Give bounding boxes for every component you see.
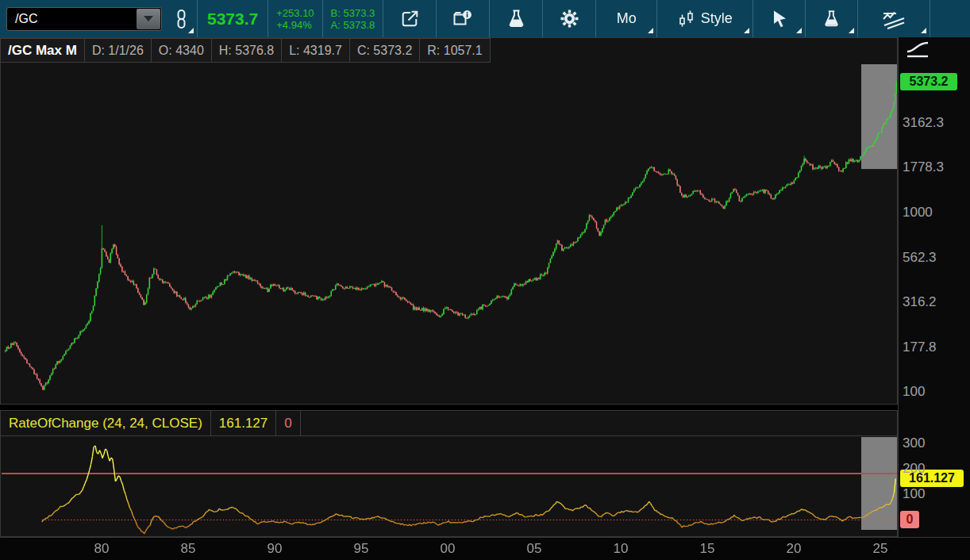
thinkorswim-chart-window: /GC 5373.7 +253.10 +4.94% B: 5373.3 A: 5… bbox=[0, 0, 970, 560]
analyze-flask-button[interactable] bbox=[490, 0, 542, 37]
link-charts-button[interactable] bbox=[165, 0, 197, 37]
time-axis-tick: 90 bbox=[268, 541, 283, 557]
link-icon bbox=[171, 9, 191, 29]
open-cell: O: 4340 bbox=[151, 38, 212, 63]
time-axis[interactable]: 80859095000510152025 bbox=[0, 537, 970, 560]
symbol-dropdown-button[interactable] bbox=[137, 9, 160, 29]
corner-dropdown-marker bbox=[796, 28, 802, 33]
gear-icon bbox=[559, 8, 580, 29]
price-axis-tick: 316.2 bbox=[903, 294, 937, 310]
log-scale-icon[interactable] bbox=[903, 40, 937, 63]
time-axis-tick: 00 bbox=[441, 541, 456, 557]
price-axis-tick: 100 bbox=[903, 384, 925, 400]
time-axis-tick: 80 bbox=[94, 541, 110, 557]
study-title[interactable]: RateOfChange (24, 24, CLOSE) bbox=[1, 411, 211, 435]
time-axis-tick: 05 bbox=[527, 541, 542, 557]
candlestick-icon bbox=[678, 10, 695, 29]
time-axis-tick: 10 bbox=[614, 541, 629, 557]
chart-describer-button[interactable] bbox=[437, 0, 489, 37]
range-cell: R: 1057.1 bbox=[419, 38, 490, 63]
ask-price: A: 5373.8 bbox=[331, 19, 375, 31]
symbol-input-group[interactable]: /GC bbox=[6, 7, 162, 31]
change-group: +253.10 +4.94% bbox=[268, 7, 321, 31]
price-axis-tick: 1778.3 bbox=[903, 159, 944, 175]
study-axis-tick: 200 bbox=[903, 461, 925, 477]
time-axis-tick: 85 bbox=[181, 541, 196, 557]
close-cell: C: 5373.2 bbox=[349, 38, 420, 63]
share-icon bbox=[399, 8, 421, 29]
timeframe-button[interactable]: Mo bbox=[596, 0, 656, 37]
study-zero-cell: 0 bbox=[276, 411, 300, 435]
study-axis-tick: 300 bbox=[903, 435, 925, 451]
news-info-icon bbox=[452, 8, 474, 29]
bid-ask-group: B: 5373.3 A: 5373.8 bbox=[323, 7, 383, 31]
settings-button[interactable] bbox=[543, 0, 595, 37]
corner-dropdown-marker bbox=[648, 28, 653, 33]
bid-price: B: 5373.3 bbox=[331, 7, 375, 19]
time-axis-tick: 25 bbox=[873, 541, 888, 557]
cursor-tool-button[interactable] bbox=[753, 0, 805, 37]
corner-dropdown-marker bbox=[849, 28, 854, 33]
time-axis-tick: 95 bbox=[354, 541, 369, 557]
toolbar-divider bbox=[930, 0, 930, 37]
low-cell: L: 4319.7 bbox=[281, 38, 350, 63]
corner-dropdown-marker bbox=[744, 28, 749, 33]
chevron-down-icon bbox=[144, 16, 153, 21]
flask-icon bbox=[822, 9, 841, 29]
date-cell: D: 1/1/26 bbox=[84, 38, 152, 63]
timeframe-label: Mo bbox=[617, 10, 637, 27]
style-button[interactable]: Style bbox=[657, 0, 753, 37]
price-axis-tick: 3162.3 bbox=[903, 115, 944, 131]
price-axis-tick: 177.8 bbox=[903, 339, 937, 355]
zero-line-badge: 0 bbox=[900, 511, 919, 528]
drawings-icon bbox=[880, 8, 907, 30]
share-button[interactable] bbox=[383, 0, 436, 37]
high-cell: H: 5376.8 bbox=[211, 38, 282, 63]
study-axis-tick: 100 bbox=[903, 486, 925, 502]
last-price: 5373.7 bbox=[198, 10, 268, 29]
last-price-badge: 5373.2 bbox=[900, 73, 957, 90]
time-axis-tick: 15 bbox=[700, 541, 715, 557]
chart-title: /GC Max M bbox=[0, 38, 85, 63]
corner-dropdown-marker bbox=[921, 28, 926, 33]
corner-dropdown-marker bbox=[188, 28, 194, 33]
percent-change: +4.94% bbox=[276, 19, 314, 31]
top-toolbar: /GC 5373.7 +253.10 +4.94% B: 5373.3 A: 5… bbox=[0, 0, 970, 37]
price-axis-tick: 562.3 bbox=[903, 250, 937, 266]
study-panel-header: RateOfChange (24, 24, CLOSE) 161.127 0 bbox=[1, 411, 897, 436]
cursor-arrow-icon bbox=[769, 9, 790, 29]
style-label: Style bbox=[701, 10, 733, 27]
price-panel-header: /GC Max M D: 1/1/26 O: 4340 H: 5376.8 L:… bbox=[1, 38, 491, 63]
study-value-cell: 161.127 bbox=[211, 411, 276, 435]
flask-icon bbox=[506, 8, 527, 29]
price-axis-tick: 1000 bbox=[903, 205, 933, 221]
price-axis-gutter[interactable]: 5373.2 3162.31778.31000562.3316.2177.810… bbox=[898, 37, 970, 537]
time-axis-tick: 20 bbox=[787, 541, 802, 557]
symbol-input[interactable]: /GC bbox=[7, 12, 37, 26]
price-and-study-chart[interactable] bbox=[0, 0, 970, 560]
drawings-button[interactable] bbox=[858, 0, 930, 37]
net-change: +253.10 bbox=[276, 7, 314, 19]
tests-flask-button[interactable] bbox=[806, 0, 857, 37]
